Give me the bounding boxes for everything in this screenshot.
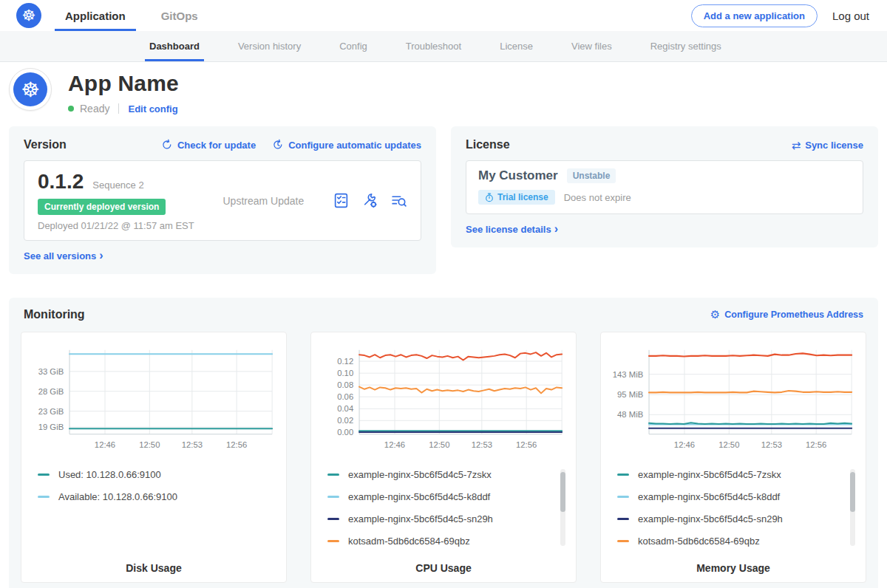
see-all-versions-link[interactable]: See all versions › xyxy=(24,250,103,261)
memory-usage-chart: 12:4612:5012:5312:56143 MiB95 MiB48 MiB xyxy=(610,343,857,453)
link-label: See license details xyxy=(466,224,551,235)
legend-label: example-nginx-5bc6f5d4c5-7zskx xyxy=(348,469,492,480)
sync-arrows-icon: ⇄ xyxy=(792,140,801,151)
legend-scrollbar-track xyxy=(850,469,855,546)
wheel-glyph: ☸ xyxy=(21,78,39,102)
tab-view-files[interactable]: View files xyxy=(552,31,631,61)
legend-swatch xyxy=(617,496,629,498)
sync-license-link[interactable]: ⇄ Sync license xyxy=(792,140,863,151)
add-application-button[interactable]: Add a new application xyxy=(691,4,818,27)
legend-label: kotsadm-5db6dc6584-69qbz xyxy=(348,536,470,547)
version-source: Upstream Update xyxy=(194,195,333,207)
license-details-card: My Customer Unstable Trial license Does … xyxy=(466,160,863,214)
tab-version-history[interactable]: Version history xyxy=(219,31,320,61)
svg-text:143 MiB: 143 MiB xyxy=(613,369,643,378)
nav-tab-application[interactable]: Application xyxy=(65,0,126,31)
disk-usage-chart: 12:4612:5012:5312:5633 GiB28 GiB23 GiB19… xyxy=(30,343,277,453)
top-nav: ☸ Application GitOps Add a new applicati… xyxy=(0,0,887,31)
configure-automatic-updates-link[interactable]: Configure automatic updates xyxy=(272,139,421,151)
link-label: Configure automatic updates xyxy=(288,140,421,151)
tab-label: Config xyxy=(339,41,367,52)
tab-dashboard[interactable]: Dashboard xyxy=(130,31,219,61)
configure-prometheus-link[interactable]: ⚙ Configure Prometheus Address xyxy=(710,308,863,321)
chart-title: CPU Usage xyxy=(320,562,567,574)
app-sub-nav: Dashboard Version history Config Trouble… xyxy=(0,31,887,62)
refresh-icon xyxy=(161,139,173,151)
legend-swatch xyxy=(38,474,50,476)
nav-tab-label: Application xyxy=(65,10,126,22)
svg-text:12:50: 12:50 xyxy=(718,440,739,449)
license-expiry: Does not expire xyxy=(564,192,631,203)
link-label: Configure Prometheus Address xyxy=(724,310,863,320)
disk-usage-chart-card: 12:4612:5012:5312:5633 GiB28 GiB23 GiB19… xyxy=(21,332,287,583)
svg-text:19 GiB: 19 GiB xyxy=(38,423,64,431)
config-wrench-icon[interactable] xyxy=(361,192,378,209)
check-for-update-link[interactable]: Check for update xyxy=(161,139,256,151)
legend-item: example-nginx-5bc6f5d4c5-k8ddf xyxy=(617,491,857,502)
svg-text:12:53: 12:53 xyxy=(182,440,203,449)
channel-badge: Unstable xyxy=(567,168,616,183)
svg-text:0.12: 0.12 xyxy=(337,356,353,365)
monitoring-section: Monitoring ⚙ Configure Prometheus Addres… xyxy=(9,298,878,588)
legend-swatch xyxy=(617,474,629,476)
legend-scrollbar-thumb[interactable] xyxy=(850,472,855,512)
wheel-glyph: ☸ xyxy=(22,7,36,24)
tab-label: Version history xyxy=(238,41,301,52)
legend-label: example-nginx-5bc6f5d4c5-k8ddf xyxy=(348,491,490,502)
deploy-logs-icon[interactable] xyxy=(390,192,407,209)
disk-usage-legend: Used: 10.128.0.66:9100Available: 10.128.… xyxy=(30,469,277,547)
current-version-card: 0.1.2 Sequence 2 Currently deployed vers… xyxy=(24,160,421,241)
svg-text:12:56: 12:56 xyxy=(516,440,537,449)
svg-text:0.02: 0.02 xyxy=(337,416,353,425)
tab-label: Troubleshoot xyxy=(406,41,461,52)
gear-icon: ⚙ xyxy=(710,308,720,321)
tab-registry-settings[interactable]: Registry settings xyxy=(631,31,741,61)
version-card: Version Check for update Configure autom… xyxy=(9,126,436,274)
legend-item: Used: 10.128.0.66:9100 xyxy=(38,469,277,480)
tab-label: Dashboard xyxy=(149,41,200,52)
see-license-details-link[interactable]: See license details › xyxy=(466,223,558,235)
app-header: ☸ App Name Ready Edit config xyxy=(0,62,887,126)
legend-label: example-nginx-5bc6f5d4c5-sn29h xyxy=(348,513,493,524)
tab-license[interactable]: License xyxy=(480,31,552,61)
chevron-right-icon: › xyxy=(99,250,103,261)
chart-title: Memory Usage xyxy=(610,562,857,574)
nav-tab-gitops[interactable]: GitOps xyxy=(161,0,198,31)
version-number: 0.1.2 xyxy=(38,170,84,194)
legend-item: example-nginx-5bc6f5d4c5-7zskx xyxy=(327,469,567,480)
svg-text:0.04: 0.04 xyxy=(337,404,353,413)
legend-label: kotsadm-5db6dc6584-69qbz xyxy=(638,536,760,547)
svg-text:12:50: 12:50 xyxy=(429,440,449,449)
legend-label: Available: 10.128.0.66:9100 xyxy=(58,491,177,502)
tab-config[interactable]: Config xyxy=(320,31,387,61)
kubernetes-logo-icon[interactable]: ☸ xyxy=(16,3,41,28)
edit-config-link[interactable]: Edit config xyxy=(128,103,177,114)
license-heading: License xyxy=(466,138,510,151)
chevron-right-icon: › xyxy=(554,223,558,235)
cpu-usage-chart-card: 12:4612:5012:5312:560.120.100.080.060.04… xyxy=(310,332,577,583)
page-title: App Name xyxy=(68,71,179,96)
tab-label: View files xyxy=(571,41,612,52)
legend-label: Used: 10.128.0.66:9100 xyxy=(58,469,161,480)
monitoring-heading: Monitoring xyxy=(24,308,85,321)
badge-label: Trial license xyxy=(497,192,548,202)
legend-item: kotsadm-5db6dc6584-69qbz xyxy=(327,536,567,547)
svg-text:0.10: 0.10 xyxy=(337,369,353,377)
logout-button[interactable]: Log out xyxy=(832,10,869,22)
tab-label: Registry settings xyxy=(650,41,721,52)
preflight-checks-icon[interactable] xyxy=(333,192,350,209)
legend-swatch xyxy=(38,496,50,498)
legend-scrollbar-thumb[interactable] xyxy=(560,472,565,512)
svg-text:12:46: 12:46 xyxy=(95,440,115,449)
version-heading: Version xyxy=(24,138,67,151)
tab-troubleshoot[interactable]: Troubleshoot xyxy=(387,31,480,61)
legend-swatch xyxy=(327,540,339,542)
legend-item: kotsadm-5db6dc6584-69qbz xyxy=(617,536,857,547)
trial-license-badge: Trial license xyxy=(478,190,555,205)
chart-title: Disk Usage xyxy=(30,562,277,574)
topnav-right: Add a new application Log out xyxy=(691,4,869,27)
legend-swatch xyxy=(617,518,629,520)
link-label: Sync license xyxy=(805,140,863,151)
cpu-usage-chart: 12:4612:5012:5312:560.120.100.080.060.04… xyxy=(320,343,567,453)
deployed-timestamp: Deployed 01/21/22 @ 11:57 am EST xyxy=(38,220,194,231)
